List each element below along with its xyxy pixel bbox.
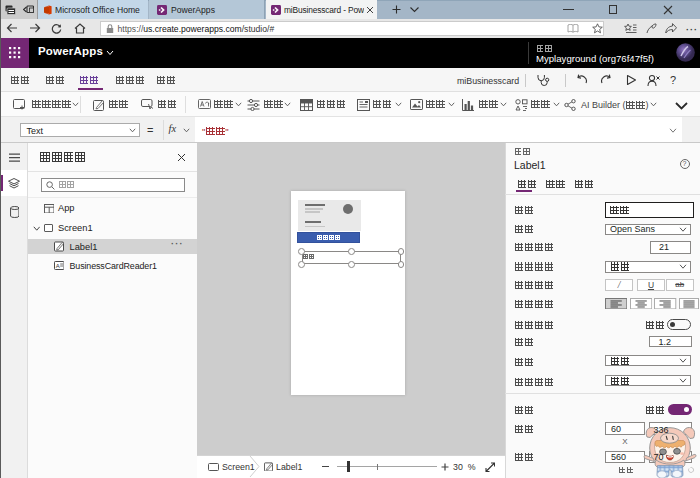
svg-text:A: A <box>55 263 59 269</box>
